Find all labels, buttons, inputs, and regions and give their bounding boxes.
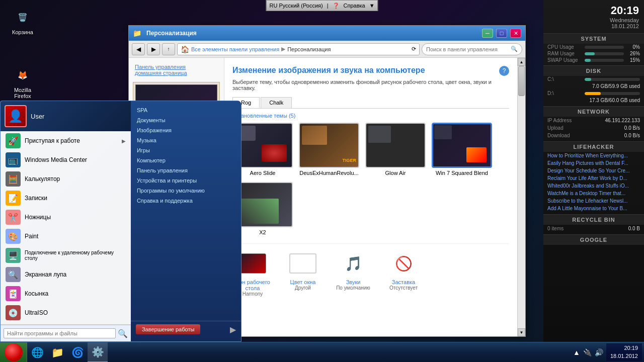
scroll-track[interactable] xyxy=(518,66,525,328)
sm-item-magnifier[interactable]: 🔍 Экранная лупа xyxy=(1,265,131,284)
sm-right-images[interactable]: Изображения xyxy=(131,125,241,135)
sm-right-games[interactable]: Игры xyxy=(131,145,241,155)
scroll-thumb[interactable] xyxy=(518,66,525,96)
scroll-up-button[interactable]: ▲ xyxy=(518,58,525,66)
topbar-dropdown[interactable]: ▼ xyxy=(369,3,375,9)
sm-right-help[interactable]: Справка и поддержка xyxy=(131,196,241,206)
sm-right-docs[interactable]: Документы xyxy=(131,115,241,125)
sm-item-wmc[interactable]: 📺 Windows Media Center xyxy=(1,150,131,169)
help-button[interactable]: ? xyxy=(499,66,509,76)
recycle-items: 0 items xyxy=(547,226,564,231)
lifehacker-item-0[interactable]: How to Prioritize When Everything... xyxy=(543,152,644,159)
theme-aero-slide[interactable]: Aero Slide xyxy=(232,123,293,176)
start-items: 🚀 Приступая к работе ▶ 📺 Windows Media C… xyxy=(1,131,131,325)
swap-value: 15% xyxy=(626,57,640,63)
sidebar-home-link[interactable]: Панель управлениядомашняя страница xyxy=(129,62,224,78)
sm-icon-notes: 📝 xyxy=(6,191,21,206)
cpu-value: 0% xyxy=(626,44,640,50)
scrollbar[interactable]: ▲ ▼ xyxy=(517,58,525,336)
nav-icon[interactable]: ⟳ xyxy=(412,46,416,52)
sm-right-control-panel[interactable]: Панель управления xyxy=(131,165,241,175)
back-button[interactable]: ◀ xyxy=(132,43,145,55)
disk-title: DISK xyxy=(543,66,644,76)
themes-grid: Aero Slide DeusExHumanRevolu... Glow Air xyxy=(232,123,509,235)
scroll-down-button[interactable]: ▼ xyxy=(518,328,525,336)
sm-item-calc[interactable]: 🧮 Калькулятор xyxy=(1,169,131,189)
maximize-button[interactable]: □ xyxy=(496,29,507,38)
sounds-label: Звуки xyxy=(346,279,361,285)
cp-heading: Изменение изображения и звука на компьют… xyxy=(232,66,425,75)
tray-network-icon[interactable]: 🔌 xyxy=(583,348,592,356)
lifehacker-item-6[interactable]: Subscribe to the Lifehacker Newsl... xyxy=(543,197,644,205)
lifehacker-item-7[interactable]: Add A Little Mayonnaise to Your B... xyxy=(543,205,644,212)
sm-item-ultraiso[interactable]: 💿 UltraISO xyxy=(1,303,131,322)
theme-win7sq[interactable]: Win 7 Squared Blend xyxy=(432,123,492,176)
taskbar: 🌐 📁 🌀 ⚙️ ▲ 🔌 🔊 20:19 18.01.2012 xyxy=(0,342,644,362)
sm-right-music[interactable]: Музыка xyxy=(131,135,241,145)
upload-value: 0.0 B/s xyxy=(624,125,640,131)
lifehacker-item-3[interactable]: Reclaim Your Life After Work by D... xyxy=(543,174,644,182)
desktop-icon-recycle-bin[interactable]: 🗑️ Корзина xyxy=(5,5,40,37)
sm-search-input[interactable] xyxy=(4,328,116,338)
screensaver-label: Заставка xyxy=(392,279,415,285)
download-value: 0.0 B/s xyxy=(624,133,640,138)
clock-tray[interactable]: 20:19 18.01.2012 xyxy=(606,343,642,361)
sm-right-devices[interactable]: Устройства и принтеры xyxy=(131,175,241,186)
recycle-title: RECYCLE BIN xyxy=(543,215,644,225)
tray-sound-icon[interactable]: 🔊 xyxy=(595,348,603,356)
sm-item-notes[interactable]: 📝 Записки xyxy=(1,189,131,208)
sm-label-scissors: Ножницы xyxy=(25,214,126,221)
sm-item-solitaire[interactable]: 🃏 Косынка xyxy=(1,284,131,303)
tray-arrow-icon[interactable]: ▲ xyxy=(573,348,580,356)
personalize-row: Фон рабочего стола Harmony Цвет окна Дру… xyxy=(232,243,509,303)
taskbar-ie-icon[interactable]: 🌐 xyxy=(27,342,47,363)
disk-d-label: D:\ xyxy=(547,90,583,96)
shutdown-button[interactable]: Завершение работы xyxy=(136,324,200,334)
sm-right-computer[interactable]: Компьютер xyxy=(131,155,241,165)
breadcrumb-all[interactable]: Все элементы панели управления xyxy=(191,46,279,52)
theme-x2-thumb xyxy=(232,182,293,227)
theme-x2[interactable]: X2 xyxy=(232,182,293,235)
forward-button[interactable]: ▶ xyxy=(147,43,160,55)
download-label: Download xyxy=(547,133,570,138)
theme-glow-air[interactable]: Glow Air xyxy=(365,123,426,176)
p-screensaver[interactable]: 🚫 Заставка Отсутствует xyxy=(383,250,424,297)
sm-item-scissors[interactable]: ✂️ Ножницы xyxy=(1,208,131,227)
shutdown-arrow-icon[interactable]: ▶ xyxy=(230,325,236,334)
taskbar-files-icon[interactable]: 📁 xyxy=(47,342,67,363)
upload-label: Upload xyxy=(547,125,564,131)
recycle-bin-label: Корзина xyxy=(12,29,33,35)
taskbar-settings-icon[interactable]: ⚙️ xyxy=(88,342,108,363)
clock-date: 18.01.2012 xyxy=(548,23,639,29)
search-input[interactable] xyxy=(426,46,511,52)
help-label[interactable]: Справка xyxy=(344,3,365,9)
theme-deus[interactable]: DeusExHumanRevolu... xyxy=(299,123,359,176)
sm-shutdown-area: Завершение работы ▶ xyxy=(131,321,241,337)
taskbar-network-icon[interactable]: 🌀 xyxy=(67,342,88,363)
minimize-button[interactable]: ─ xyxy=(482,29,493,38)
sm-icon-wmc: 📺 xyxy=(6,152,21,167)
sm-item-paint[interactable]: 🎨 Paint xyxy=(1,227,131,246)
p-color[interactable]: Цвет окна Другой xyxy=(283,250,323,297)
disk-d-value-row: 17.3 GB/60.0 GB used xyxy=(543,97,644,104)
sm-item-start-work[interactable]: 🚀 Приступая к работе ▶ xyxy=(1,131,131,150)
sm-icon-start-work: 🚀 xyxy=(6,133,21,148)
lifehacker-item-1[interactable]: Easily Hang Pictures with Dental F... xyxy=(543,159,644,167)
disk-d-track xyxy=(585,92,640,95)
tab-chalk[interactable]: Chalk xyxy=(261,97,292,108)
clock-time: 20:19 xyxy=(548,4,639,17)
desktop-icon-firefox[interactable]: 🦊 Mozilla Firefox xyxy=(5,63,40,101)
tray-time: 20:19 xyxy=(610,344,638,352)
up-button[interactable]: ↑ xyxy=(162,43,175,55)
start-button[interactable] xyxy=(0,342,27,363)
lifehacker-item-4[interactable]: Whited00r Jailbreaks and Stuffs iO... xyxy=(543,182,644,190)
sm-right-spa[interactable]: SPA xyxy=(131,105,241,115)
sm-item-rdp[interactable]: 🖥️ Подключение к удаленному рабочему сто… xyxy=(1,246,131,265)
close-button[interactable]: ✕ xyxy=(510,29,521,38)
p-sounds[interactable]: 🎵 Звуки По умолчанию xyxy=(333,250,373,297)
lifehacker-item-2[interactable]: Design Your Schedule So Your Cre... xyxy=(543,167,644,174)
sm-right-defaults[interactable]: Программы по умолчанию xyxy=(131,186,241,196)
lifehacker-item-5[interactable]: WatchMe is a Desktop Timer that... xyxy=(543,190,644,197)
topbar-divider: | xyxy=(327,3,329,9)
sm-icon-rdp: 🖥️ xyxy=(6,248,21,263)
